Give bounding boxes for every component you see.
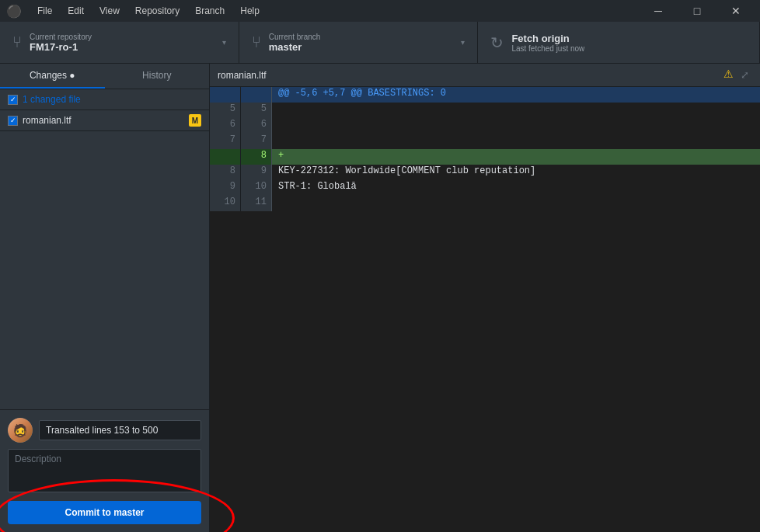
diff-line-num-old: 6 — [210, 118, 241, 134]
diff-line-num-new: 7 — [241, 134, 272, 149]
sidebar-tabs: Changes ● History — [0, 64, 209, 89]
diff-line-num-old: 10 — [210, 196, 241, 211]
diff-line-num-old — [210, 87, 241, 103]
branch-chevron-icon: ▾ — [461, 38, 465, 47]
changed-files-header: ✓ 1 changed file — [0, 89, 209, 110]
branch-icon: ⑂ — [252, 33, 261, 51]
diff-line-num-new: 9 — [241, 165, 272, 180]
commit-description-input[interactable] — [8, 449, 201, 492]
diff-line-num-new: 5 — [241, 103, 272, 118]
diff-line-content — [272, 134, 760, 149]
diff-hunk-header: @@ -5,6 +5,7 @@ BASESTRINGS: 0 — [210, 87, 760, 103]
diff-hunk-content: @@ -5,6 +5,7 @@ BASESTRINGS: 0 — [272, 87, 760, 103]
file-checkbox[interactable]: ✓ — [8, 116, 18, 126]
diff-line-content — [272, 196, 760, 211]
file-list: ✓ romanian.ltf M — [0, 110, 209, 409]
diff-line: 5 5 — [210, 103, 760, 118]
file-modified-badge: M — [189, 114, 201, 127]
diff-line-num-new — [241, 87, 272, 103]
fetch-sublabel: Last fetched just now — [511, 44, 584, 53]
diff-line-content — [272, 103, 760, 118]
repo-text: Current repository FM17-ro-1 — [30, 33, 92, 53]
menu-branch[interactable]: Branch — [189, 4, 231, 18]
main-layout: Changes ● History ✓ 1 changed file ✓ rom… — [0, 64, 760, 532]
diff-actions: ⚠ ⤢ — [723, 68, 752, 83]
list-item[interactable]: ✓ romanian.ltf M — [0, 110, 209, 131]
repo-icon: ⑂ — [12, 33, 22, 51]
fetch-origin-section[interactable]: ↻ Fetch origin Last fetched just now — [478, 22, 760, 63]
warning-icon: ⚠ — [723, 68, 734, 83]
github-logo-icon: ⚫ — [6, 4, 22, 19]
repo-label: Current repository — [30, 33, 92, 41]
title-bar-left: ⚫ File Edit View Repository Branch Help — [6, 4, 266, 19]
diff-line-num-old — [210, 149, 241, 165]
diff-line-num-old: 7 — [210, 134, 241, 149]
branch-text: Current branch master — [269, 33, 321, 53]
commit-summary-input[interactable] — [39, 420, 201, 440]
commit-button[interactable]: Commit to master — [8, 501, 201, 524]
diff-line-num-new: 11 — [241, 196, 272, 211]
menu-repository[interactable]: Repository — [129, 4, 186, 18]
diff-line: 9 10 STR-1: Globalā — [210, 180, 760, 196]
diff-expand-button[interactable]: ⤢ — [737, 68, 752, 83]
commit-button-wrap: Commit to master — [8, 501, 201, 524]
diff-line-content: STR-1: Globalā — [272, 180, 760, 196]
commit-area: 🧔 Commit to master — [0, 409, 209, 532]
diff-line-num-new: 10 — [241, 180, 272, 196]
branch-value: master — [269, 41, 321, 53]
file-name: romanian.ltf — [23, 115, 184, 126]
branch-label: Current branch — [269, 33, 321, 41]
diff-line-content — [272, 118, 760, 134]
diff-filename: romanian.ltf — [218, 70, 267, 81]
diff-line-added: 8 + — [210, 149, 760, 165]
repo-value: FM17-ro-1 — [30, 41, 92, 53]
diff-line: 8 9 KEY-227312: Worldwide[COMMENT club r… — [210, 165, 760, 180]
select-all-checkbox[interactable]: ✓ — [8, 95, 18, 105]
diff-line: 6 6 — [210, 118, 760, 134]
diff-line-num-new: 6 — [241, 118, 272, 134]
diff-line-num-old: 8 — [210, 165, 241, 180]
fetch-icon: ↻ — [490, 33, 504, 52]
tab-changes[interactable]: Changes ● — [0, 64, 105, 89]
menu-view[interactable]: View — [93, 4, 126, 18]
menu-file[interactable]: File — [31, 4, 58, 18]
toolbar: ⑂ Current repository FM17-ro-1 ▾ ⑂ Curre… — [0, 22, 760, 64]
diff-header: romanian.ltf ⚠ ⤢ — [210, 64, 760, 87]
current-branch-section[interactable]: ⑂ Current branch master ▾ — [239, 22, 479, 63]
menu-help[interactable]: Help — [234, 4, 266, 18]
title-bar: ⚫ File Edit View Repository Branch Help … — [0, 0, 760, 22]
avatar-image: 🧔 — [8, 418, 33, 443]
menu-edit[interactable]: Edit — [61, 4, 90, 18]
menu-bar: File Edit View Repository Branch Help — [31, 4, 266, 18]
commit-row: 🧔 — [8, 418, 201, 443]
minimize-button[interactable]: ─ — [640, 0, 676, 22]
diff-line: 10 11 — [210, 196, 760, 211]
maximize-button[interactable]: □ — [679, 0, 715, 22]
avatar: 🧔 — [8, 418, 33, 443]
diff-line-content: KEY-227312: Worldwide[COMMENT club reput… — [272, 165, 760, 180]
close-button[interactable]: ✕ — [718, 0, 754, 22]
diff-line-num-old: 9 — [210, 180, 241, 196]
diff-area: romanian.ltf ⚠ ⤢ @@ -5,6 +5,7 @@ BASESTR… — [210, 64, 760, 532]
repo-chevron-icon: ▾ — [222, 38, 226, 47]
fetch-text: Fetch origin Last fetched just now — [511, 33, 584, 53]
changed-count: 1 changed file — [23, 94, 81, 105]
current-repo-section[interactable]: ⑂ Current repository FM17-ro-1 ▾ — [0, 22, 239, 63]
fetch-label: Fetch origin — [511, 33, 584, 44]
diff-line-content: + — [272, 149, 760, 165]
diff-line: 7 7 — [210, 134, 760, 149]
window-controls: ─ □ ✕ — [640, 0, 754, 22]
tab-history[interactable]: History — [105, 64, 210, 89]
diff-line-num-new: 8 — [241, 149, 272, 165]
diff-line-num-old: 5 — [210, 103, 241, 118]
diff-content: @@ -5,6 +5,7 @@ BASESTRINGS: 0 5 5 6 6 7… — [210, 87, 760, 532]
sidebar: Changes ● History ✓ 1 changed file ✓ rom… — [0, 64, 210, 532]
